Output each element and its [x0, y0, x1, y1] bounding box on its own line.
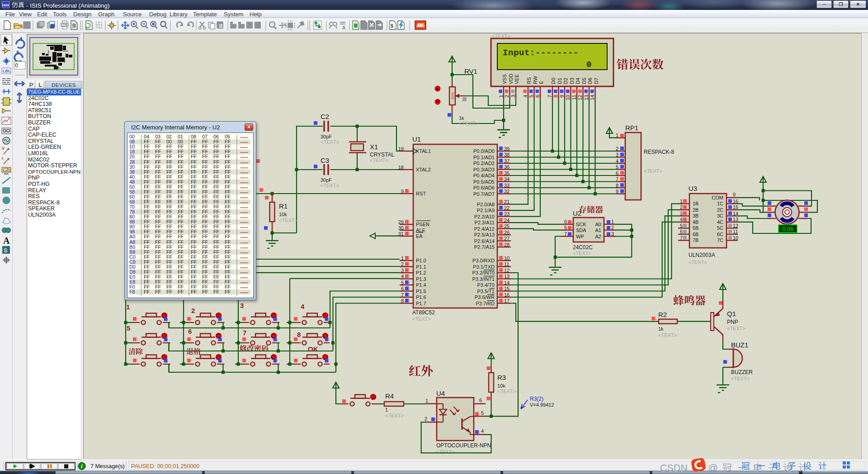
- svg-text:2: 2: [401, 261, 404, 267]
- svg-text:16: 16: [504, 292, 509, 298]
- svg-text:2: 2: [616, 146, 618, 152]
- svg-text:39: 39: [504, 146, 509, 152]
- svg-text:V: V: [2, 146, 5, 151]
- svg-text:<TEXT>: <TEXT>: [459, 121, 478, 126]
- svg-text:LBL: LBL: [3, 69, 11, 73]
- svg-text:<TEXT>: <TEXT>: [385, 413, 404, 418]
- svg-text:22: 22: [504, 205, 509, 211]
- svg-text:9: 9: [401, 189, 404, 194]
- svg-text:P0.5/AD5: P0.5/AD5: [473, 179, 495, 185]
- svg-text:OPTOCOUPLER-NPN: OPTOCOUPLER-NPN: [436, 442, 491, 449]
- svg-text:A1: A1: [595, 228, 601, 233]
- svg-text:i: i: [81, 463, 83, 469]
- svg-text:15: 15: [733, 204, 738, 210]
- svg-text:VDD: VDD: [508, 74, 514, 84]
- svg-text:V=4.99412: V=4.99412: [530, 402, 554, 408]
- svg-text:C2: C2: [321, 113, 329, 120]
- svg-text:<TEXT>: <TEXT>: [492, 33, 510, 39]
- svg-text:- ISIS Professional (Animating: - ISIS Professional (Animating): [26, 2, 110, 9]
- svg-text:1: 1: [680, 199, 683, 204]
- svg-text:CRYSTAL: CRYSTAL: [370, 152, 395, 158]
- svg-text:ALE: ALE: [416, 228, 425, 233]
- svg-text:10k: 10k: [279, 212, 287, 217]
- svg-text:5: 5: [564, 225, 567, 230]
- svg-text:D5: D5: [581, 78, 587, 84]
- svg-text:5: 5: [401, 280, 404, 285]
- svg-text:1: 1: [498, 95, 504, 98]
- svg-text:1: 1: [401, 256, 404, 261]
- svg-text:P0.7/AD7: P0.7/AD7: [473, 191, 495, 197]
- svg-text:1B: 1B: [693, 201, 698, 206]
- svg-text:2C: 2C: [717, 207, 723, 213]
- svg-text:<TEXT>: <TEXT>: [436, 449, 455, 455]
- svg-text:<TEXT>: <TEXT>: [731, 376, 750, 381]
- svg-text:2: 2: [191, 307, 195, 314]
- svg-text:P2.3/A11: P2.3/A11: [475, 220, 495, 225]
- svg-text:13: 13: [504, 274, 509, 279]
- svg-text:11: 11: [571, 95, 577, 100]
- svg-text:34: 34: [504, 176, 509, 182]
- svg-text:24C02C: 24C02C: [573, 244, 593, 251]
- svg-text:10: 10: [565, 95, 571, 100]
- svg-text:P0.0/AD0: P0.0/AD0: [473, 148, 495, 154]
- svg-text:P1.6: P1.6: [416, 294, 426, 300]
- svg-text:7: 7: [616, 176, 618, 182]
- svg-text:<TEXT>: <TEXT>: [321, 139, 339, 145]
- svg-text:9: 9: [616, 189, 618, 194]
- svg-text:1: 1: [126, 303, 130, 311]
- svg-text:P2.0/A8: P2.0/A8: [477, 202, 495, 207]
- svg-text:RST: RST: [416, 191, 426, 196]
- svg-text:24: 24: [504, 218, 509, 223]
- svg-text:18: 18: [398, 165, 404, 170]
- svg-text:P1.3: P1.3: [416, 276, 426, 282]
- svg-text:<TEXT>: <TEXT>: [497, 389, 516, 394]
- svg-text:16: 16: [733, 199, 738, 204]
- svg-text:D3: D3: [569, 78, 575, 84]
- svg-text:ARES: ARES: [416, 23, 425, 28]
- svg-text:6B: 6B: [693, 232, 698, 237]
- svg-text:D1: D1: [557, 78, 562, 84]
- svg-text:11: 11: [504, 261, 509, 267]
- svg-text:<TEXT>: <TEXT>: [370, 157, 388, 163]
- svg-text:27: 27: [504, 236, 509, 241]
- svg-text:C3: C3: [321, 156, 329, 164]
- svg-text:12: 12: [577, 95, 583, 100]
- svg-text:E: E: [538, 81, 544, 84]
- svg-text:2: 2: [680, 204, 683, 210]
- svg-text:30: 30: [398, 225, 404, 231]
- svg-text:AT89C52: AT89C52: [412, 309, 435, 316]
- svg-text:8: 8: [616, 183, 618, 188]
- svg-text:29: 29: [398, 219, 404, 225]
- svg-text:COM: COM: [712, 195, 723, 200]
- svg-text:D7: D7: [594, 78, 599, 84]
- svg-text:R3(2): R3(2): [530, 396, 543, 402]
- svg-text:A: A: [342, 25, 345, 30]
- svg-text:6: 6: [680, 229, 683, 234]
- svg-text:4: 4: [523, 95, 528, 98]
- svg-text:RS: RS: [526, 77, 532, 84]
- svg-text:8: 8: [401, 298, 404, 303]
- svg-text:Q1: Q1: [727, 310, 736, 318]
- svg-text:P3.0/RXD: P3.0/RXD: [472, 258, 495, 263]
- svg-text:P0.4/AD4: P0.4/AD4: [473, 173, 495, 178]
- svg-text:A0: A0: [595, 222, 601, 227]
- svg-text:P0.3/AD3: P0.3/AD3: [473, 167, 495, 172]
- svg-text:5B: 5B: [693, 225, 698, 231]
- svg-text:PSEN: PSEN: [416, 222, 429, 227]
- svg-text:WP: WP: [576, 234, 584, 239]
- svg-text:PNP: PNP: [727, 319, 738, 325]
- svg-text:SCK: SCK: [576, 222, 586, 227]
- svg-text:P1.1: P1.1: [416, 264, 426, 270]
- svg-text:5: 5: [616, 164, 618, 170]
- svg-text:15: 15: [504, 286, 509, 291]
- svg-text:D4: D4: [575, 78, 580, 84]
- svg-text:36: 36: [504, 164, 509, 170]
- svg-text:VSS: VSS: [502, 74, 507, 84]
- svg-text:XTAL2: XTAL2: [416, 167, 431, 172]
- svg-text:P1.4: P1.4: [416, 282, 426, 288]
- svg-text:A: A: [3, 236, 10, 246]
- svg-text:P1.7: P1.7: [416, 301, 426, 306]
- svg-text:5: 5: [680, 223, 683, 228]
- svg-text:9: 9: [559, 95, 565, 98]
- svg-text:4B: 4B: [693, 219, 698, 225]
